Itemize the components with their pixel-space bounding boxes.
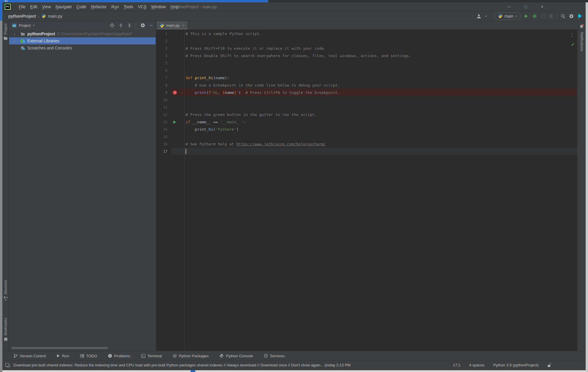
- editor-line-10[interactable]: 10: [156, 96, 577, 104]
- line-number[interactable]: 3: [156, 46, 171, 51]
- user-caret-icon[interactable]: ▾: [485, 15, 487, 18]
- menu-tools[interactable]: Tools: [121, 4, 136, 9]
- collapse-all-icon[interactable]: [127, 23, 131, 27]
- editor-line-8[interactable]: 8 # Use a breakpoint in the code line be…: [156, 82, 577, 89]
- tool-window-button-terminal[interactable]: Terminal: [141, 354, 162, 358]
- chevron-right-icon[interactable]: ›: [14, 39, 20, 44]
- tool-window-button-version-control[interactable]: Version Control: [14, 354, 46, 358]
- tool-window-tab-structure[interactable]: Structure: [2, 280, 9, 300]
- minimize-button[interactable]: ─: [506, 4, 512, 9]
- caret-position[interactable]: 17:1: [453, 363, 460, 367]
- debug-button[interactable]: [532, 14, 537, 18]
- lock-open-icon[interactable]: [547, 363, 552, 367]
- menu-vcs[interactable]: VCS: [136, 4, 149, 9]
- line-number[interactable]: 5: [156, 61, 171, 65]
- interpreter-setting[interactable]: Python 3.9 (pythonProject): [493, 363, 539, 367]
- background-tasks-icon[interactable]: [5, 363, 10, 367]
- editor-line-11[interactable]: 11: [156, 104, 577, 111]
- menu-window[interactable]: Window: [149, 4, 168, 9]
- run-button[interactable]: [524, 14, 528, 18]
- editor-line-13[interactable]: 13if __name__ == '__main__':: [156, 118, 577, 126]
- tool-window-tab-bookmarks[interactable]: Bookmarks: [2, 318, 9, 341]
- line-number[interactable]: 14: [156, 127, 171, 132]
- line-number[interactable]: 15: [156, 135, 171, 139]
- line-number[interactable]: 11: [156, 105, 171, 109]
- editor-line-7[interactable]: 7▿def print_hi(name):: [156, 74, 577, 82]
- search-everywhere-button[interactable]: [561, 14, 565, 19]
- tool-window-button-problems[interactable]: Problems: [108, 354, 130, 358]
- editor-line-15[interactable]: 15: [156, 133, 577, 140]
- code-with-me-icon[interactable]: [578, 14, 583, 19]
- panel-settings-icon[interactable]: [141, 23, 145, 28]
- code-area[interactable]: 1▿# This is a sample Python script.23# P…: [156, 29, 577, 351]
- status-message[interactable]: Download pre-built shared indexes: Reduc…: [14, 363, 351, 367]
- run-with-coverage-button[interactable]: [541, 14, 545, 18]
- indent-setting[interactable]: 4 spaces: [469, 363, 484, 367]
- menu-edit[interactable]: Edit: [28, 4, 40, 9]
- breakpoint-icon[interactable]: [173, 91, 177, 94]
- editor-line-2[interactable]: 2: [156, 37, 577, 45]
- editor-line-12[interactable]: 12# Press the green button in the gutter…: [156, 111, 577, 118]
- line-number[interactable]: 12: [156, 113, 171, 117]
- horizontal-scrollbar[interactable]: [11, 347, 108, 349]
- settings-button[interactable]: [569, 14, 574, 19]
- editor-line-9[interactable]: 9▵ print(f'Hi, {name}') # Press Ctrl+F8 …: [156, 89, 577, 96]
- notifications-bell-icon[interactable]: [579, 24, 584, 29]
- menu-run[interactable]: Run: [109, 4, 121, 9]
- tool-window-button-todo[interactable]: TODO: [80, 354, 97, 358]
- line-number[interactable]: 4: [156, 54, 171, 58]
- select-opened-file-icon[interactable]: [110, 23, 114, 28]
- line-number[interactable]: 10: [156, 98, 171, 102]
- tree-item-scratches-and-consoles[interactable]: Scratches and Consoles: [9, 44, 156, 52]
- tool-window-button-run[interactable]: Run: [57, 354, 69, 358]
- editor-line-1[interactable]: 1▿# This is a sample Python script.: [156, 30, 577, 37]
- chevron-down-icon[interactable]: ▾: [33, 24, 34, 27]
- line-number[interactable]: 17: [156, 150, 171, 154]
- status-right: 17:1 4 spaces Python 3.9 (pythonProject): [453, 363, 552, 367]
- tree-item-external-libraries[interactable]: ›External Libraries: [9, 37, 156, 44]
- line-number[interactable]: 16: [156, 142, 171, 146]
- fold-marker-icon[interactable]: ▿: [179, 32, 184, 35]
- tool-window-tab-project[interactable]: Project: [2, 24, 9, 40]
- line-number[interactable]: 6: [156, 69, 171, 73]
- user-icon[interactable]: [476, 14, 482, 19]
- editor-line-14[interactable]: 14 print_hi('PyCharm'): [156, 126, 577, 133]
- editor-line-4[interactable]: 4▵# Press Double Shift to search everywh…: [156, 52, 577, 59]
- project-panel-title[interactable]: Project: [19, 23, 31, 28]
- editor-line-16[interactable]: 16# See PyCharm help at https://www.jetb…: [156, 140, 577, 148]
- editor-line-5[interactable]: 5: [156, 59, 577, 67]
- editor-line-6[interactable]: 6: [156, 67, 577, 74]
- menu-navigate[interactable]: Navigate: [53, 4, 74, 9]
- editor-line-3[interactable]: 3# Press Shift+F10 to execute it or repl…: [156, 45, 577, 52]
- tool-window-button-python-packages[interactable]: Python Packages: [173, 354, 209, 358]
- fold-marker-icon[interactable]: ▿: [179, 76, 184, 79]
- menu-refactor[interactable]: Refactor: [89, 4, 109, 9]
- menu-code[interactable]: Code: [74, 4, 89, 9]
- menu-view[interactable]: View: [40, 4, 53, 9]
- fold-marker-icon[interactable]: ▵: [179, 54, 184, 57]
- editor-tab-main-py[interactable]: main.py ×: [157, 21, 187, 29]
- tree-item-pythonproject[interactable]: ›pythonProjectC:\Users\nturn\PycharmProj…: [9, 30, 156, 37]
- line-number[interactable]: 1: [156, 32, 171, 36]
- line-number[interactable]: 2: [156, 39, 171, 43]
- line-number[interactable]: 8: [156, 83, 171, 87]
- expand-all-icon[interactable]: [119, 23, 123, 27]
- run-configuration-selector[interactable]: main ▾: [494, 12, 520, 20]
- hide-panel-button[interactable]: ─: [150, 23, 153, 28]
- fold-marker-icon[interactable]: ▵: [179, 91, 184, 94]
- editor-line-17[interactable]: 17: [156, 148, 577, 155]
- breadcrumb-project[interactable]: pythonProject: [8, 14, 36, 19]
- menu-file[interactable]: File: [16, 4, 28, 9]
- maximize-button[interactable]: □: [522, 4, 529, 9]
- run-gutter-icon[interactable]: [173, 120, 176, 124]
- line-number[interactable]: 13: [156, 120, 171, 124]
- tool-window-button-services[interactable]: Services: [264, 354, 285, 358]
- tool-window-button-python-console[interactable]: Python Console: [219, 354, 253, 358]
- line-number[interactable]: 7: [156, 76, 171, 80]
- close-button[interactable]: ×: [539, 4, 545, 9]
- close-tab-icon[interactable]: ×: [182, 23, 185, 28]
- tool-window-tab-notifications[interactable]: Notifications: [580, 32, 584, 51]
- chevron-right-icon[interactable]: ›: [14, 31, 20, 36]
- line-number[interactable]: 9: [156, 91, 171, 95]
- breadcrumb-file[interactable]: main.py: [48, 14, 62, 19]
